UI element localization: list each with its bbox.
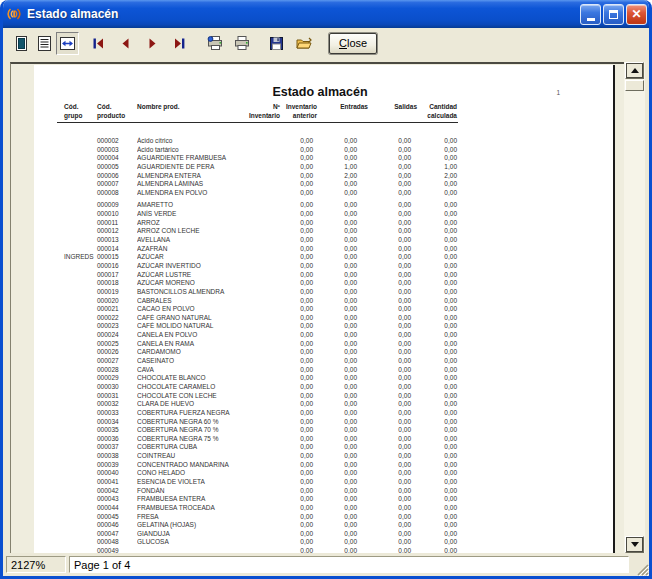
zoom-100-button[interactable]: [33, 32, 56, 55]
header-separator-line: [57, 122, 458, 123]
scrollbar-thumb[interactable]: [625, 80, 644, 91]
table-cell: 0,00: [402, 495, 457, 504]
table-cell: 0,00: [302, 348, 357, 357]
table-cell: 0,00: [402, 271, 457, 280]
table-cell: 000004: [97, 154, 119, 163]
table-cell: 0,00: [402, 426, 457, 435]
table-cell: 0,00: [402, 478, 457, 487]
next-page-button[interactable]: [141, 32, 164, 55]
table-row: 000034COBERTURA NEGRA 60 %0,000,000,000,…: [34, 418, 615, 427]
zoom-whole-page-button[interactable]: [10, 32, 33, 55]
table-cell: 000025: [97, 340, 119, 349]
table-cell: 0,00: [402, 219, 457, 228]
table-cell: 0,00: [302, 262, 357, 271]
table-cell: 000007: [97, 180, 119, 189]
table-row: 000032CLARA DE HUEVO0,000,000,000,00: [34, 400, 615, 409]
table-cell: 000017: [97, 271, 119, 280]
table-cell: 0,00: [302, 374, 357, 383]
table-cell: 0,00: [302, 189, 357, 198]
table-cell: 0,00: [402, 443, 457, 452]
last-page-icon: [171, 35, 188, 52]
table-row: 000003Ácido tartárico0,000,000,000,00: [34, 146, 615, 155]
last-page-button[interactable]: [168, 32, 191, 55]
table-cell: 2,00: [302, 172, 357, 181]
table-cell: 000032: [97, 400, 119, 409]
table-cell: 000014: [97, 245, 119, 254]
first-page-button[interactable]: [87, 32, 110, 55]
table-cell: 0,00: [402, 392, 457, 401]
table-cell: 0,00: [402, 357, 457, 366]
table-cell: 000006: [97, 172, 119, 181]
table-cell: 0,00: [302, 487, 357, 496]
table-cell: 0,00: [402, 521, 457, 530]
table-cell: 0,00: [402, 189, 457, 198]
open-button[interactable]: [292, 32, 315, 55]
next-page-icon: [144, 35, 161, 52]
previous-page-icon: [117, 35, 134, 52]
title-bar[interactable]: Estado almacén ✕: [0, 0, 652, 28]
table-cell: 0,00: [402, 348, 457, 357]
resize-grip[interactable]: [633, 560, 649, 576]
table-cell: 0,00: [402, 305, 457, 314]
printer-setup-button[interactable]: [203, 32, 226, 55]
table-cell: 000016: [97, 262, 119, 271]
table-cell: 0,00: [402, 288, 457, 297]
close-button[interactable]: Close: [329, 33, 377, 54]
table-cell: 000018: [97, 279, 119, 288]
table-cell: 0,00: [402, 504, 457, 513]
table-cell: 0,00: [302, 521, 357, 530]
close-window-button[interactable]: ✕: [626, 4, 647, 25]
table-row: 000039CONCENTRADO MANDARINA0,000,000,000…: [34, 461, 615, 470]
table-cell: 000003: [97, 146, 119, 155]
table-row: 000005AGUARDIENTE DE PERA0,001,000,001,0…: [34, 163, 615, 172]
minimize-button[interactable]: [580, 4, 601, 25]
table-cell: 0,00: [302, 504, 357, 513]
table-row: 000047GIANDUJA0,000,000,000,00: [34, 530, 615, 539]
scroll-up-button[interactable]: [625, 62, 644, 79]
table-row: 000012ARROZ CON LECHE0,000,000,000,00: [34, 227, 615, 236]
print-button[interactable]: [230, 32, 253, 55]
save-button[interactable]: [265, 32, 288, 55]
table-cell: 000021: [97, 305, 119, 314]
table-cell: 0,00: [402, 538, 457, 547]
table-cell: 0,00: [302, 137, 357, 146]
table-cell: 0,00: [302, 210, 357, 219]
table-cell: 0,00: [302, 253, 357, 262]
table-cell: 0,00: [402, 487, 457, 496]
table-cell: 000027: [97, 357, 119, 366]
table-row: 000024CANELA EN POLVO0,000,000,000,00: [34, 331, 615, 340]
table-cell: 0,00: [402, 180, 457, 189]
table-cell: 000012: [97, 227, 119, 236]
table-cell: 000041: [97, 478, 119, 487]
maximize-button[interactable]: [603, 4, 624, 25]
table-cell: 0,00: [302, 530, 357, 539]
table-cell: 0,00: [302, 331, 357, 340]
table-cell: 0,00: [402, 227, 457, 236]
page-width-icon: [59, 35, 76, 52]
print-icon: [233, 35, 251, 52]
arrow-up-icon: [631, 68, 639, 73]
table-cell: 0,00: [302, 418, 357, 427]
table-cell: 0,00: [302, 400, 357, 409]
table-cell: 0,00: [402, 530, 457, 539]
table-cell: 0,00: [402, 418, 457, 427]
table-cell: 0,00: [302, 180, 357, 189]
table-row: INGREDS000015AZÚCAR0,000,000,000,00: [34, 253, 615, 262]
vertical-scrollbar[interactable]: [624, 62, 645, 553]
page-indicator-panel: Page 1 of 4: [69, 556, 629, 573]
table-row: 000016AZÚCAR INVERTIDO0,000,000,000,00: [34, 262, 615, 271]
table-cell: 000022: [97, 314, 119, 323]
table-cell: 0,00: [302, 305, 357, 314]
table-row: 000043FRAMBUESA ENTERA0,000,000,000,00: [34, 495, 615, 504]
table-cell: 000039: [97, 461, 119, 470]
scroll-down-button[interactable]: [625, 536, 644, 553]
report-rows: 000002Ácido cítrico0,000,000,000,0000000…: [34, 137, 615, 553]
previous-page-button[interactable]: [114, 32, 137, 55]
table-cell: 000015: [97, 253, 119, 262]
report-title: Estado almacén: [64, 85, 576, 99]
table-cell: 0,00: [402, 340, 457, 349]
table-cell: 0,00: [302, 271, 357, 280]
table-cell: 000037: [97, 443, 119, 452]
app-icon: [6, 6, 22, 22]
zoom-page-width-button[interactable]: [56, 32, 79, 55]
